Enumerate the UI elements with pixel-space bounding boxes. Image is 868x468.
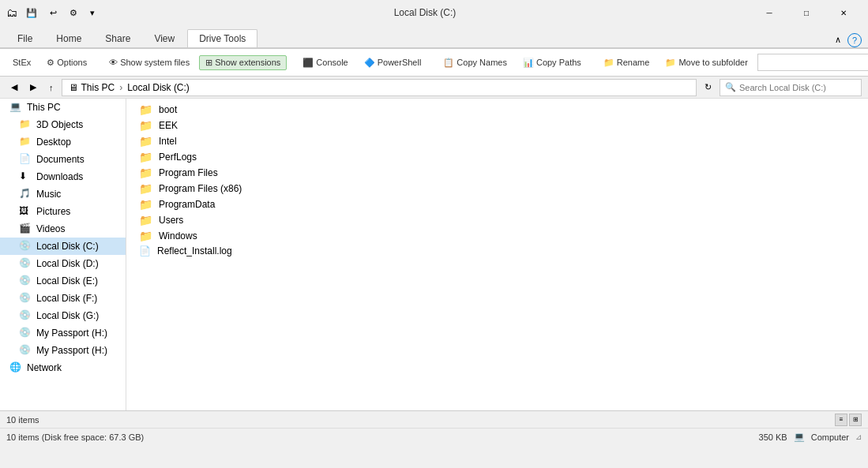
items-count: 10 items xyxy=(6,415,39,425)
close-button[interactable]: ✕ xyxy=(825,0,862,25)
sidebar-item-12[interactable]: 💿Local Disk (G:) xyxy=(0,307,126,324)
file-item-6[interactable]: 📁ProgramData xyxy=(126,197,868,212)
sidebar-label-13: My Passport (H:) xyxy=(36,328,107,339)
file-name-6: ProgramData xyxy=(159,199,215,210)
sidebar-label-15: Network xyxy=(27,362,62,373)
sidebar-icon-8: 💿 xyxy=(19,240,32,253)
sidebar-item-2[interactable]: 📁Desktop xyxy=(0,133,126,151)
file-icon-2: 📁 xyxy=(139,135,152,148)
file-item-1[interactable]: 📁EEK xyxy=(126,118,868,133)
file-item-0[interactable]: 📁boot xyxy=(126,102,868,118)
file-name-5: Program Files (x86) xyxy=(159,183,242,194)
back-button[interactable]: ◀ xyxy=(6,80,22,95)
computer-label: Computer xyxy=(811,432,849,442)
ribbon-tabs: File Home Share View Drive Tools ∧ ? xyxy=(0,25,868,47)
sidebar-item-1[interactable]: 📁3D Objects xyxy=(0,116,126,133)
sidebar-item-0[interactable]: 💻This PC xyxy=(0,99,126,116)
sidebar-item-4[interactable]: ⬇Downloads xyxy=(0,168,126,185)
minimize-button[interactable]: ─ xyxy=(751,0,787,25)
sidebar-icon-12: 💿 xyxy=(19,309,32,322)
sidebar-icon-7: 🎬 xyxy=(19,223,32,235)
forward-button[interactable]: ▶ xyxy=(25,80,41,95)
sidebar-icon-11: 💿 xyxy=(19,292,32,305)
sidebar-item-10[interactable]: 💿Local Disk (E:) xyxy=(0,272,126,290)
sidebar-icon-3: 📄 xyxy=(19,153,32,166)
path-separator-1: › xyxy=(119,82,122,93)
sidebar: 💻This PC📁3D Objects📁Desktop📄Documents⬇Do… xyxy=(0,99,126,410)
sidebar-label-5: Music xyxy=(36,189,61,200)
file-item-8[interactable]: 📁Windows xyxy=(126,228,868,244)
sidebar-item-11[interactable]: 💿Local Disk (F:) xyxy=(0,290,126,307)
sidebar-icon-2: 📁 xyxy=(19,136,32,148)
path-part-1: This PC xyxy=(81,82,115,93)
file-icon-6: 📁 xyxy=(139,198,152,211)
file-name-7: Users xyxy=(159,215,183,226)
path-part-2: Local Disk (C:) xyxy=(127,82,190,93)
sidebar-label-10: Local Disk (E:) xyxy=(36,275,98,286)
file-item-3[interactable]: 📁PerfLogs xyxy=(126,149,868,165)
move-subfolder-btn[interactable]: 📁 Move to subfolder xyxy=(659,55,753,70)
sidebar-label-0: This PC xyxy=(27,102,61,113)
tab-view[interactable]: View xyxy=(143,30,186,47)
sidebar-item-7[interactable]: 🎬Videos xyxy=(0,220,126,238)
file-icon-3: 📁 xyxy=(139,151,152,163)
ribbon-collapse[interactable]: ∧ xyxy=(830,32,846,47)
copy-paths-icon: 📊 xyxy=(523,58,534,68)
file-item-7[interactable]: 📁Users xyxy=(126,212,868,228)
undo-btn[interactable]: ↩ xyxy=(46,6,61,21)
file-item-4[interactable]: 📁Program Files xyxy=(126,165,868,181)
sidebar-item-6[interactable]: 🖼Pictures xyxy=(0,203,126,220)
file-size: 350 KB xyxy=(759,432,787,442)
sidebar-item-15[interactable]: 🌐Network xyxy=(0,359,126,376)
show-extensions-btn[interactable]: ⊞ Show extensions xyxy=(199,55,287,70)
console-btn[interactable]: ⬛ Console xyxy=(296,55,354,70)
save-btn[interactable]: 💾 xyxy=(22,6,41,21)
file-name-3: PerfLogs xyxy=(159,152,197,163)
properties-btn[interactable]: ⚙ xyxy=(66,6,81,21)
console-icon: ⬛ xyxy=(302,58,314,68)
tab-drive-tools[interactable]: Drive Tools xyxy=(187,29,257,47)
view-tiles-btn[interactable]: ⊞ xyxy=(849,414,862,426)
sidebar-item-5[interactable]: 🎵Music xyxy=(0,185,126,203)
search-icon: 🔍 xyxy=(725,82,736,92)
file-name-4: Program Files xyxy=(159,167,218,178)
sidebar-label-9: Local Disk (D:) xyxy=(36,258,99,269)
dropdown-btn[interactable]: ▾ xyxy=(86,6,99,21)
ribbon-search-input[interactable] xyxy=(757,54,868,71)
file-item-9[interactable]: 📄Reflect_Install.log xyxy=(126,244,868,258)
address-path[interactable]: 🖥 This PC › Local Disk (C:) xyxy=(62,79,697,96)
tab-share[interactable]: Share xyxy=(94,30,141,47)
sidebar-item-14[interactable]: 💿My Passport (H:) xyxy=(0,342,126,359)
file-name-9: Reflect_Install.log xyxy=(157,245,232,256)
tab-home[interactable]: Home xyxy=(45,30,92,47)
sidebar-item-13[interactable]: 💿My Passport (H:) xyxy=(0,324,126,342)
file-item-5[interactable]: 📁Program Files (x86) xyxy=(126,181,868,197)
sidebar-icon-4: ⬇ xyxy=(19,170,32,183)
sidebar-label-4: Downloads xyxy=(36,171,83,182)
copy-paths-btn[interactable]: 📊 Copy Paths xyxy=(517,55,588,70)
view-details-btn[interactable]: ≡ xyxy=(835,414,847,426)
show-system-files-btn[interactable]: 👁 Show system files xyxy=(103,55,196,69)
options-btn[interactable]: ⚙ Options xyxy=(40,55,93,70)
file-name-2: Intel xyxy=(159,136,177,147)
file-item-2[interactable]: 📁Intel xyxy=(126,133,868,149)
refresh-button[interactable]: ↻ xyxy=(700,80,716,95)
sidebar-label-12: Local Disk (G:) xyxy=(36,310,99,321)
sidebar-item-3[interactable]: 📄Documents xyxy=(0,151,126,168)
tab-file[interactable]: File xyxy=(6,30,43,47)
sidebar-item-9[interactable]: 💿Local Disk (D:) xyxy=(0,255,126,272)
file-icon-8: 📁 xyxy=(139,230,152,242)
stex-label[interactable]: StEx xyxy=(6,55,37,69)
rename-btn[interactable]: 📁 Rename xyxy=(597,55,656,70)
file-icon-5: 📁 xyxy=(139,182,152,195)
window-controls: ─ □ ✕ xyxy=(751,0,862,25)
powershell-btn[interactable]: 🔷 PowerShell xyxy=(358,55,428,70)
sidebar-item-8[interactable]: 💿Local Disk (C:) xyxy=(0,238,126,255)
maximize-button[interactable]: □ xyxy=(788,0,825,25)
up-button[interactable]: ↑ xyxy=(44,80,58,95)
sidebar-label-6: Pictures xyxy=(36,206,70,217)
copy-names-btn[interactable]: 📋 Copy Names xyxy=(437,55,513,70)
sidebar-label-2: Desktop xyxy=(36,137,71,148)
help-btn[interactable]: ? xyxy=(847,33,862,47)
search-input[interactable] xyxy=(739,83,856,92)
